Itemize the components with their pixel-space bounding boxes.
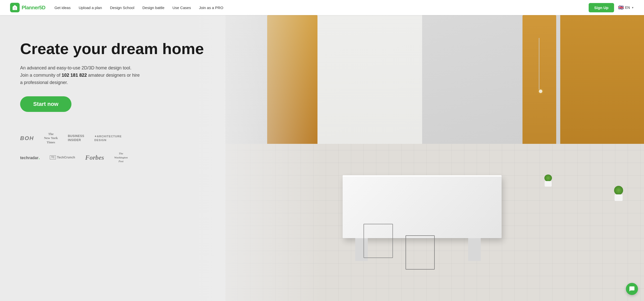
press-section: BOH TheNew YorkTimes BUSINESSINSIDER ✦AR… <box>20 132 302 163</box>
press-logo-techcrunch: TC TechCrunch <box>50 155 75 159</box>
chat-icon <box>629 286 635 292</box>
community-count: 102 181 822 <box>62 73 87 78</box>
plant-1 <box>544 175 552 187</box>
hero-content: Create your dream home An advanced and e… <box>0 15 322 301</box>
desk-leg-right <box>468 238 481 261</box>
plant-leaves-2 <box>614 186 623 195</box>
press-logo-nyt: TheNew YorkTimes <box>44 132 58 145</box>
pendant-bulb <box>539 90 542 93</box>
main-nav: Get ideas Upload a plan Design School De… <box>54 6 223 10</box>
svg-rect-0 <box>14 5 16 7</box>
chair-1 <box>364 224 393 258</box>
nav-design-battle[interactable]: Design battle <box>142 6 165 10</box>
pendant-wire <box>539 38 539 90</box>
plant-pot-2 <box>615 194 623 201</box>
header: Planner5D Get ideas Upload a plan Design… <box>0 0 644 15</box>
chair-2 <box>406 235 435 270</box>
plant-leaves-1 <box>544 175 552 182</box>
logo-text: Planner5D <box>22 5 45 11</box>
chevron-down-icon: ▼ <box>631 6 634 9</box>
desk-top <box>343 175 502 177</box>
plant-pot-1 <box>545 181 552 187</box>
press-row-2: techradar. TC TechCrunch Forbes TheWashi… <box>20 152 302 163</box>
lang-label: EN <box>625 6 630 10</box>
nav-get-ideas[interactable]: Get ideas <box>54 6 70 10</box>
hero-section: Create your dream home An advanced and e… <box>0 15 644 301</box>
plant-2 <box>614 186 623 201</box>
logo-text-part1: Planner <box>22 5 39 10</box>
header-right: Sign Up 🇬🇧 EN ▼ <box>589 3 634 12</box>
logo-svg <box>12 5 18 11</box>
press-logo-wapo: TheWashingtonPost <box>114 152 128 163</box>
language-selector[interactable]: 🇬🇧 EN ▼ <box>618 5 634 10</box>
hero-title: Create your dream home <box>20 40 302 57</box>
start-now-button[interactable]: Start now <box>20 96 71 112</box>
press-logo-arch-design: ✦ARCHITECTUREDESIGN <box>94 135 122 142</box>
header-left: Planner5D Get ideas Upload a plan Design… <box>10 3 223 12</box>
logo[interactable]: Planner5D <box>10 3 45 12</box>
logo-text-part2: 5D <box>39 5 46 10</box>
nav-upload-plan[interactable]: Upload a plan <box>79 6 102 10</box>
hero-subtitle: An advanced and easy-to-use 2D/3D home d… <box>20 64 141 86</box>
press-logo-bi: BUSINESSINSIDER <box>68 134 84 142</box>
nav-design-school[interactable]: Design School <box>110 6 134 10</box>
nav-join-pro[interactable]: Join as a PRO <box>199 6 223 10</box>
logo-icon <box>10 3 20 12</box>
press-row-1: BOH TheNew YorkTimes BUSINESSINSIDER ✦AR… <box>20 132 302 145</box>
chat-widget[interactable] <box>626 283 638 295</box>
press-logo-forbes: Forbes <box>85 154 104 161</box>
signup-button[interactable]: Sign Up <box>589 3 614 12</box>
flag-icon: 🇬🇧 <box>618 5 624 10</box>
nav-use-cases[interactable]: Use Cases <box>173 6 191 10</box>
press-logo-techradar: techradar. <box>20 154 40 160</box>
press-logo-boh: BOH <box>20 135 34 142</box>
